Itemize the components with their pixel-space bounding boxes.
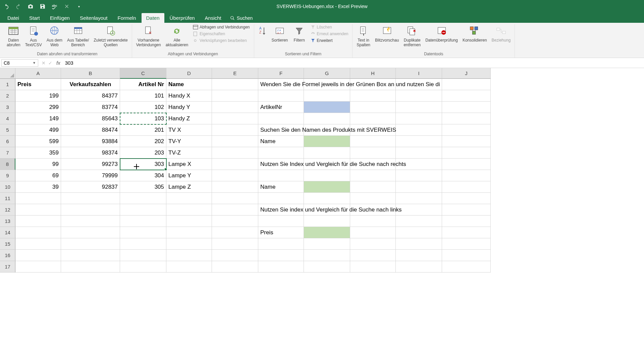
cell-I7[interactable] — [396, 147, 442, 159]
cell-D5[interactable]: TV X — [166, 124, 212, 136]
cell-G6[interactable] — [304, 136, 350, 147]
cell-C14[interactable] — [120, 227, 166, 238]
cell-F15[interactable] — [258, 238, 304, 250]
row-header-5[interactable]: 5 — [0, 124, 15, 136]
existing-connections-button[interactable]: VorhandeneVerbindungen — [135, 24, 162, 48]
cell-I5[interactable] — [396, 124, 442, 136]
cell-F2[interactable] — [258, 90, 304, 102]
cell-C1[interactable]: Artikel Nr — [120, 79, 166, 90]
row-header-12[interactable]: 12 — [0, 204, 15, 216]
cell-G14[interactable] — [304, 227, 350, 238]
cell-J2[interactable] — [442, 90, 491, 102]
cell-D4[interactable]: Handy Z — [166, 113, 212, 124]
cell-G4[interactable] — [304, 113, 350, 124]
row-header-1[interactable]: 1 — [0, 79, 15, 90]
cancel-icon[interactable]: ✕ — [42, 60, 46, 66]
from-table-range-button[interactable]: Aus Tabelle/Bereich — [66, 24, 90, 48]
cell-C5[interactable]: 201 — [120, 124, 166, 136]
cell-I4[interactable] — [396, 113, 442, 124]
cell-B17[interactable] — [61, 261, 120, 273]
cell-A3[interactable]: 299 — [15, 102, 61, 113]
undo-icon[interactable] — [3, 3, 10, 10]
cell-F11[interactable] — [258, 193, 304, 204]
cell-F16[interactable] — [258, 250, 304, 261]
cell-D14[interactable] — [166, 227, 212, 238]
cell-F10[interactable]: Name — [258, 181, 304, 193]
cell-E13[interactable] — [212, 216, 258, 227]
select-all-corner[interactable] — [0, 68, 15, 79]
cell-H4[interactable] — [350, 113, 396, 124]
relationships-button[interactable]: Beziehung — [490, 24, 512, 44]
cell-E15[interactable] — [212, 238, 258, 250]
cell-B14[interactable] — [61, 227, 120, 238]
cell-A16[interactable] — [15, 250, 61, 261]
cell-D15[interactable] — [166, 238, 212, 250]
cell-E17[interactable] — [212, 261, 258, 273]
cell-E5[interactable] — [212, 124, 258, 136]
row-header-16[interactable]: 16 — [0, 250, 15, 261]
cell-G7[interactable] — [304, 147, 350, 159]
tab-einfuegen[interactable]: Einfügen — [45, 13, 74, 23]
cell-H2[interactable] — [350, 90, 396, 102]
advanced-filter-button[interactable]: Erweitert — [309, 38, 350, 44]
camera-icon[interactable] — [27, 3, 34, 10]
cell-F7[interactable] — [258, 147, 304, 159]
cell-A6[interactable]: 599 — [15, 136, 61, 147]
cell-C13[interactable] — [120, 216, 166, 227]
tab-ansicht[interactable]: Ansicht — [200, 13, 226, 23]
cell-B9[interactable]: 79999 — [61, 170, 120, 181]
cell-A4[interactable]: 149 — [15, 113, 61, 124]
cell-E9[interactable] — [212, 170, 258, 181]
col-header-D[interactable]: D — [166, 68, 212, 79]
tab-seitenlayout[interactable]: Seitenlayout — [75, 13, 112, 23]
confirm-icon[interactable]: ✓ — [48, 60, 52, 66]
cell-I6[interactable] — [396, 136, 442, 147]
cell-B1[interactable]: Verkaufszahlen — [61, 79, 120, 90]
cell-E11[interactable] — [212, 193, 258, 204]
cell-E16[interactable] — [212, 250, 258, 261]
row-header-6[interactable]: 6 — [0, 136, 15, 147]
cell-B3[interactable]: 83774 — [61, 102, 120, 113]
tab-daten[interactable]: Daten — [142, 13, 164, 23]
cell-D7[interactable]: TV-Z — [166, 147, 212, 159]
fx-icon[interactable]: fx — [54, 60, 62, 66]
cell-F6[interactable]: Name — [258, 136, 304, 147]
cell-G16[interactable] — [304, 250, 350, 261]
cell-J14[interactable] — [442, 227, 491, 238]
cell-C9[interactable]: 304 — [120, 170, 166, 181]
col-header-A[interactable]: A — [15, 68, 61, 79]
cell-C7[interactable]: 203 — [120, 147, 166, 159]
cell-J5[interactable] — [442, 124, 491, 136]
formula-input[interactable]: 303 — [62, 59, 644, 66]
cell-A5[interactable]: 499 — [15, 124, 61, 136]
cell-A8[interactable]: 99 — [15, 159, 61, 170]
cell-A10[interactable]: 39 — [15, 181, 61, 193]
cell-I9[interactable] — [396, 170, 442, 181]
cell-I17[interactable] — [396, 261, 442, 273]
cell-C11[interactable] — [120, 193, 166, 204]
cell-J15[interactable] — [442, 238, 491, 250]
cell-J3[interactable] — [442, 102, 491, 113]
col-header-H[interactable]: H — [350, 68, 396, 79]
spreadsheet-grid[interactable]: ABCDEFGHIJ 1234567891011121314151617 Pre… — [0, 68, 644, 273]
save-icon[interactable] — [39, 3, 46, 10]
cell-H17[interactable] — [350, 261, 396, 273]
cell-G9[interactable] — [304, 170, 350, 181]
cell-A11[interactable] — [15, 193, 61, 204]
sort-az-button[interactable]: AZ — [257, 24, 268, 39]
cell-I10[interactable] — [396, 181, 442, 193]
tab-start[interactable]: Start — [24, 13, 45, 23]
row-header-9[interactable]: 9 — [0, 170, 15, 181]
from-web-button[interactable]: Aus demWeb — [45, 24, 64, 48]
cell-H11[interactable] — [350, 193, 396, 204]
cell-B7[interactable]: 98374 — [61, 147, 120, 159]
row-header-15[interactable]: 15 — [0, 238, 15, 250]
cell-E1[interactable] — [212, 79, 258, 90]
cell-B13[interactable] — [61, 216, 120, 227]
cell-D9[interactable]: Lampe Y — [166, 170, 212, 181]
cell-H7[interactable] — [350, 147, 396, 159]
cell-J16[interactable] — [442, 250, 491, 261]
cell-F17[interactable] — [258, 261, 304, 273]
cell-A7[interactable]: 359 — [15, 147, 61, 159]
row-header-4[interactable]: 4 — [0, 113, 15, 124]
